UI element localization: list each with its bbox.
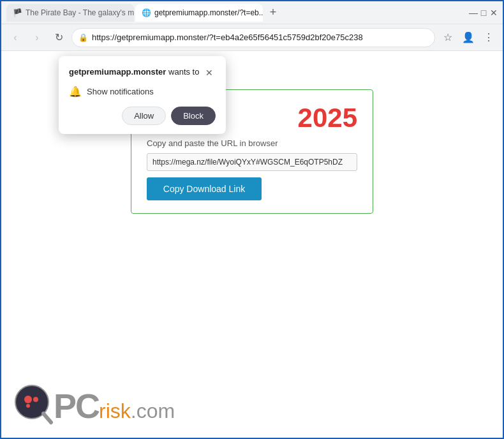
pcrisk-com-text: .com (131, 399, 175, 423)
popup-header: getpremiumapp.monster wants to ✕ (69, 66, 216, 79)
pcrisk-text-group: PC risk .com (54, 389, 175, 423)
reload-button[interactable]: ↻ (50, 29, 68, 47)
lock-icon: 🔒 (78, 33, 88, 42)
pcrisk-pc-text: PC (54, 389, 99, 423)
copy-download-link-button[interactable]: Copy Download Link (147, 177, 262, 200)
block-button[interactable]: Block (171, 107, 216, 125)
popup-title: getpremiumapp.monster wants to (69, 66, 203, 78)
tab-label-piratebay: The Pirate Bay - The galaxy's m... (26, 8, 134, 17)
page-content: getpremiumapp.monster wants to ✕ 🔔 Show … (1, 51, 503, 439)
profile-button[interactable]: 👤 (459, 29, 477, 47)
menu-button[interactable]: ⋮ (480, 29, 498, 47)
browser-tab-piratebay[interactable]: 🏴 The Pirate Bay - The galaxy's m... ✕ (6, 4, 134, 22)
popup-buttons: Allow Block (69, 107, 216, 125)
popup-notification-row: 🔔 Show notifications (69, 86, 216, 98)
back-button[interactable]: ‹ (6, 29, 24, 47)
svg-line-4 (43, 413, 51, 422)
bell-icon: 🔔 (69, 86, 82, 98)
popup-notification-label: Show notifications (87, 87, 154, 96)
url-display: https://mega.nz/file/WyoiQYxY#WGSCM_E6qO… (147, 153, 357, 171)
svg-point-2 (33, 397, 38, 402)
tab-favicon-piratebay: 🏴 (13, 8, 22, 17)
minimize-button[interactable]: — (470, 9, 477, 17)
svg-point-1 (24, 396, 32, 403)
notification-popup: getpremiumapp.monster wants to ✕ 🔔 Show … (59, 56, 226, 134)
browser-titlebar: 🏴 The Pirate Bay - The galaxy's m... ✕ 🌐… (1, 1, 503, 24)
popup-close-button[interactable]: ✕ (203, 66, 216, 79)
popup-site-name: getpremiumapp.monster (69, 67, 166, 77)
bookmark-button[interactable]: ☆ (439, 29, 457, 47)
tab-label-active: getpremiumapp.monster/?t=eb... (154, 8, 263, 17)
close-button[interactable]: ✕ (490, 9, 498, 17)
tab-bar: 🏴 The Pirate Bay - The galaxy's m... ✕ 🌐… (6, 4, 467, 22)
forward-button[interactable]: › (28, 29, 46, 47)
allow-button[interactable]: Allow (122, 107, 166, 125)
window-controls: — □ ✕ (470, 9, 498, 17)
address-bar[interactable]: 🔒 https://getpremiumapp.monster/?t=eb4a2… (71, 28, 435, 47)
pcrisk-watermark: PC risk .com (14, 384, 175, 428)
toolbar-right: ☆ 👤 ⋮ (439, 29, 498, 47)
pcrisk-magnifier-icon (14, 384, 54, 428)
popup-wants-to: wants to (166, 67, 199, 77)
pcrisk-logo: PC risk .com (14, 384, 175, 428)
browser-toolbar: ‹ › ↻ 🔒 https://getpremiumapp.monster/?t… (1, 24, 503, 51)
address-url: https://getpremiumapp.monster/?t=eb4a2e6… (92, 33, 363, 42)
pcrisk-risk-text: risk (99, 399, 131, 423)
browser-tab-active[interactable]: 🌐 getpremiumapp.monster/?t=eb... ✕ (135, 4, 263, 22)
svg-point-3 (26, 404, 30, 408)
maximize-button[interactable]: □ (480, 9, 487, 17)
new-tab-button[interactable]: + (264, 4, 282, 22)
url-label: Copy and paste the URL in browser (147, 138, 357, 148)
tab-favicon-active: 🌐 (142, 8, 151, 17)
